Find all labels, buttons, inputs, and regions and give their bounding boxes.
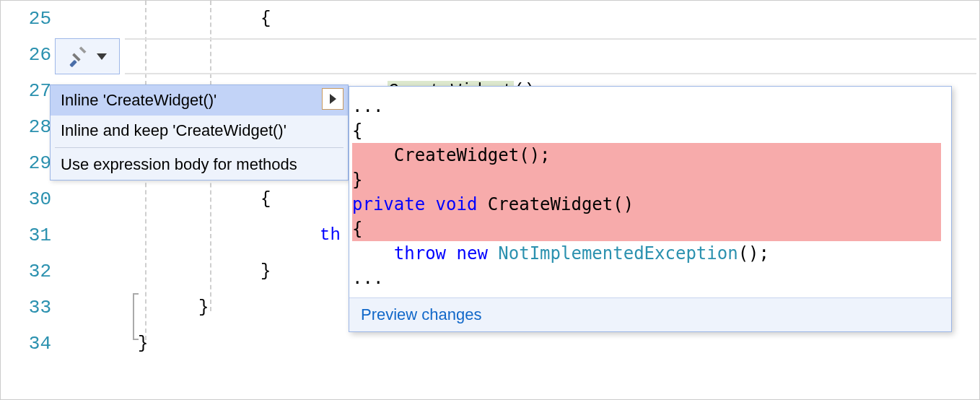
removed-line: CreateWidget(); — [352, 143, 941, 168]
action-inline[interactable]: Inline 'CreateWidget()' — [51, 85, 348, 116]
removed-line: } — [352, 168, 941, 192]
outline-bracket — [133, 293, 134, 340]
line-number: 33 — [1, 290, 51, 326]
line-number: 29 — [1, 145, 51, 181]
line-number: 28 — [1, 109, 51, 145]
preview-panel: ... { CreateWidget();}private void Creat… — [349, 86, 952, 332]
menu-separator — [55, 147, 344, 148]
action-label: Use expression body for methods — [61, 155, 297, 173]
chevron-down-icon — [97, 53, 107, 60]
action-label: Inline and keep 'CreateWidget()' — [61, 121, 286, 139]
screwdriver-icon — [68, 45, 89, 67]
action-label: Inline 'CreateWidget()' — [61, 91, 216, 109]
action-inline-keep[interactable]: Inline and keep 'CreateWidget()' — [51, 116, 348, 146]
quick-actions-menu: Inline 'CreateWidget()' Inline and keep … — [50, 84, 349, 181]
line-number-gutter: 25 26 27 28 29 30 31 32 33 34 — [1, 1, 57, 399]
line-number: 32 — [1, 253, 51, 290]
svg-rect-1 — [72, 53, 80, 61]
code-line: th — [320, 217, 341, 253]
code-line: } — [261, 253, 271, 290]
action-expression-body[interactable]: Use expression body for methods — [51, 149, 348, 180]
svg-rect-0 — [69, 60, 77, 67]
code-line: CreateWidget(); — [325, 37, 545, 73]
code-line: } — [198, 290, 209, 326]
line-number: 26 — [1, 37, 51, 73]
line-number: 27 — [1, 73, 51, 109]
removed-line: { — [352, 217, 941, 241]
submenu-expand-button[interactable] — [322, 88, 344, 110]
line-number: 30 — [1, 181, 51, 217]
code-line: { — [261, 1, 271, 37]
svg-rect-2 — [79, 46, 87, 53]
removed-line: private void CreateWidget() — [352, 192, 941, 217]
chevron-right-icon — [330, 94, 336, 104]
line-number: 31 — [1, 217, 51, 253]
code-line: } — [138, 326, 148, 362]
code-line: { — [261, 181, 271, 217]
preview-line: throw new NotImplementedException(); — [352, 243, 769, 264]
line-number: 25 — [1, 1, 51, 37]
code-editor[interactable]: 25 26 27 28 29 30 31 32 33 34 { CreateWi… — [1, 1, 979, 399]
line-number: 34 — [1, 326, 51, 362]
quick-actions-button[interactable] — [55, 38, 120, 74]
preview-changes-link[interactable]: Preview changes — [349, 297, 951, 331]
preview-code: ... { CreateWidget();}private void Creat… — [349, 87, 951, 297]
